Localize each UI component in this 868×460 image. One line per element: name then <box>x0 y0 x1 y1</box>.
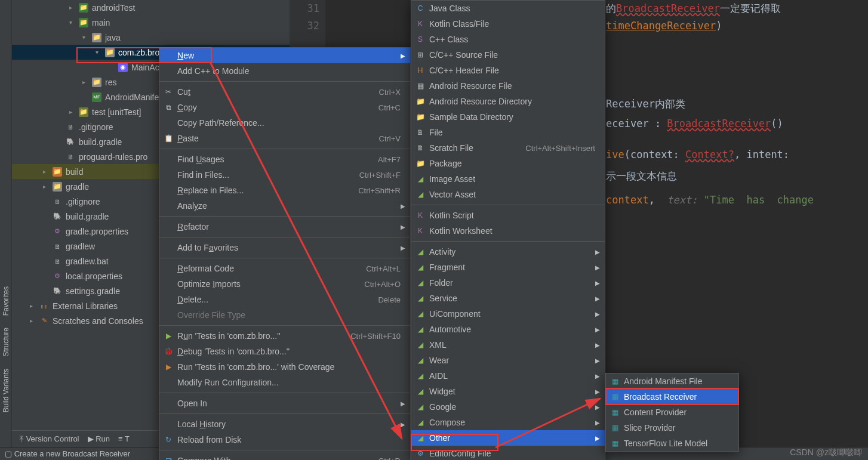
menu-item[interactable]: ▦Content Provider <box>606 405 738 420</box>
tree-item[interactable]: ▾📁main <box>12 15 290 30</box>
menu-item[interactable]: ◢Folder▶ <box>411 275 605 291</box>
menu-item[interactable]: ▦TensorFlow Lite Model <box>606 436 738 451</box>
menu-item[interactable]: KKotlin Class/File <box>411 16 605 32</box>
menu-item[interactable]: Open In▶ <box>159 396 410 411</box>
menu-item[interactable]: 📁Android Resource Directory <box>411 94 605 109</box>
menu-item-label: Package <box>429 159 461 168</box>
menu-item[interactable]: ◢Activity▶ <box>411 244 605 260</box>
menu-item: Override File Type <box>159 307 410 323</box>
chevron-right-icon[interactable]: ▸ <box>69 109 75 115</box>
menu-item[interactable]: New▶ <box>159 48 410 63</box>
menu-item[interactable]: ▦Android Manifest File <box>606 373 738 389</box>
tree-item-label: main <box>92 18 110 27</box>
chevron-right-icon[interactable]: ▸ <box>82 79 88 85</box>
menu-item[interactable]: SC++ Class <box>411 32 605 47</box>
tree-item-label: gradle <box>66 182 89 192</box>
menu-item[interactable]: ◢Automotive▶ <box>411 322 605 337</box>
menu-item[interactable]: ▦Slice Provider <box>606 420 738 436</box>
menu-item[interactable]: ◢Compose▶ <box>411 415 605 430</box>
tree-item-label: androidTest <box>92 3 135 13</box>
menu-shortcut: Delete <box>360 295 401 304</box>
menu-item[interactable]: 🗎Scratch FileCtrl+Alt+Shift+Insert <box>411 140 605 156</box>
menu-item[interactable]: Replace in Files...Ctrl+Shift+R <box>159 183 410 198</box>
chevron-right-icon[interactable]: ▸ <box>43 183 49 190</box>
tree-item-label: .gitignore <box>79 122 113 132</box>
chevron-right-icon[interactable]: ▸ <box>30 302 36 309</box>
tree-item[interactable]: ▾📁java <box>12 30 290 45</box>
tool-version-control[interactable]: ᛡ Version Control <box>19 434 79 443</box>
chevron-down-icon[interactable]: ▾ <box>82 34 88 41</box>
menu-item-label: Replace in Files... <box>177 186 244 195</box>
menu-item-label: Content Provider <box>624 407 687 417</box>
menu-item[interactable]: 🗎File <box>411 125 605 140</box>
chevron-right-icon[interactable]: ▸ <box>43 168 49 175</box>
menu-item[interactable]: Reformat CodeCtrl+Alt+L <box>159 261 410 276</box>
rail-favorites[interactable]: Favorites <box>2 286 10 316</box>
menu-item[interactable]: Copy Path/Reference... <box>159 115 410 131</box>
menu-item-label: EditorConfig File <box>429 449 491 458</box>
menu-item[interactable]: Local History▶ <box>159 416 410 432</box>
menu-item[interactable]: ▶Run 'Tests in 'com.zb.bro...''Ctrl+Shif… <box>159 328 410 344</box>
menu-item[interactable]: ◢Service▶ <box>411 291 605 306</box>
menu-item[interactable]: ◢Google▶ <box>411 399 605 415</box>
chevron-down-icon[interactable]: ▾ <box>69 19 75 26</box>
menu-item[interactable]: ⚙EditorConfig File <box>411 446 605 460</box>
menu-item[interactable]: CJava Class <box>411 1 605 16</box>
menu-item[interactable]: 📁Sample Data Directory <box>411 109 605 125</box>
tool-todo[interactable]: ≡ T <box>118 434 130 443</box>
menu-item[interactable]: ✂CutCtrl+X <box>159 84 410 100</box>
menu-item-label: Activity <box>429 247 455 257</box>
menu-item[interactable]: 📋PasteCtrl+V <box>159 131 410 146</box>
menu-item[interactable]: ◪Compare With...Ctrl+D <box>159 453 410 460</box>
menu-item[interactable]: Find in Files...Ctrl+Shift+F <box>159 167 410 183</box>
menu-item[interactable]: ◢Widget▶ <box>411 384 605 399</box>
rail-structure[interactable]: Structure <box>2 328 10 357</box>
submenu-other[interactable]: ▦Android Manifest File▦Broadcast Receive… <box>605 373 739 452</box>
menu-item[interactable]: Optimize ImportsCtrl+Alt+O <box>159 276 410 292</box>
chevron-down-icon[interactable]: ▾ <box>96 49 101 55</box>
menu-item[interactable]: ◢UiComponent▶ <box>411 306 605 322</box>
menu-item[interactable]: ◢AIDL▶ <box>411 368 605 384</box>
chevron-right-icon: ▶ <box>595 373 600 379</box>
menu-item[interactable]: Analyze▶ <box>159 198 410 214</box>
menu-item[interactable]: ◢XML▶ <box>411 337 605 353</box>
menu-item[interactable]: ▶Run 'Tests in 'com.zb.bro...' with Cove… <box>159 359 410 375</box>
rail-build-variants[interactable]: Build Variants <box>2 369 10 412</box>
tool-run[interactable]: ▶ Run <box>88 434 110 443</box>
menu-item[interactable]: ◢Vector Asset <box>411 187 605 202</box>
submenu-new[interactable]: CJava ClassKKotlin Class/FileSC++ Class⊞… <box>411 0 605 460</box>
tree-item-label: .gitignore <box>66 197 100 206</box>
menu-icon: ◢ <box>415 293 426 304</box>
chevron-right-icon: ▶ <box>401 53 405 59</box>
menu-item[interactable]: ◢Image Asset <box>411 171 605 187</box>
menu-item[interactable]: ◢Fragment▶ <box>411 260 605 275</box>
menu-item[interactable]: Refactor▶ <box>159 219 410 234</box>
menu-item[interactable]: KKotlin Script <box>411 208 605 223</box>
menu-item-label: Optimize Imports <box>177 279 241 289</box>
menu-item[interactable]: ◢Wear▶ <box>411 353 605 368</box>
menu-item[interactable]: ↻Reload from Disk <box>159 432 410 447</box>
menu-item[interactable]: HC/C++ Header File <box>411 63 605 78</box>
menu-item[interactable]: ▦Android Resource File <box>411 78 605 94</box>
menu-item[interactable]: 📁Package <box>411 156 605 171</box>
menu-separator <box>411 241 605 242</box>
menu-item[interactable]: ◢Other▶ <box>411 430 605 446</box>
menu-item[interactable]: ▦Broadcast Receiver <box>606 389 738 405</box>
tree-item[interactable]: ▸📁androidTest <box>12 0 290 15</box>
chevron-right-icon[interactable]: ▸ <box>69 4 75 11</box>
menu-item[interactable]: ⊞C/C++ Source File <box>411 47 605 63</box>
menu-item[interactable]: Delete...Delete <box>159 292 410 307</box>
prop-icon: ⚙ <box>53 271 62 281</box>
folder-src-icon: 📁 <box>79 3 88 13</box>
menu-item[interactable]: ⧉CopyCtrl+C <box>159 100 410 115</box>
chevron-right-icon[interactable]: ▸ <box>30 317 36 324</box>
menu-item[interactable]: KKotlin Worksheet <box>411 223 605 239</box>
menu-item-label: Automotive <box>429 325 471 334</box>
menu-item[interactable]: Add C++ to Module <box>159 63 410 79</box>
context-menu[interactable]: New▶Add C++ to Module✂CutCtrl+X⧉CopyCtrl… <box>159 47 411 460</box>
menu-item[interactable]: Modify Run Configuration... <box>159 375 410 390</box>
menu-item[interactable]: Find UsagesAlt+F7 <box>159 152 410 167</box>
menu-item[interactable]: Add to Favorites▶ <box>159 240 410 255</box>
menu-separator <box>159 81 410 82</box>
menu-item[interactable]: 🐞Debug 'Tests in 'com.zb.bro...'' <box>159 344 410 359</box>
